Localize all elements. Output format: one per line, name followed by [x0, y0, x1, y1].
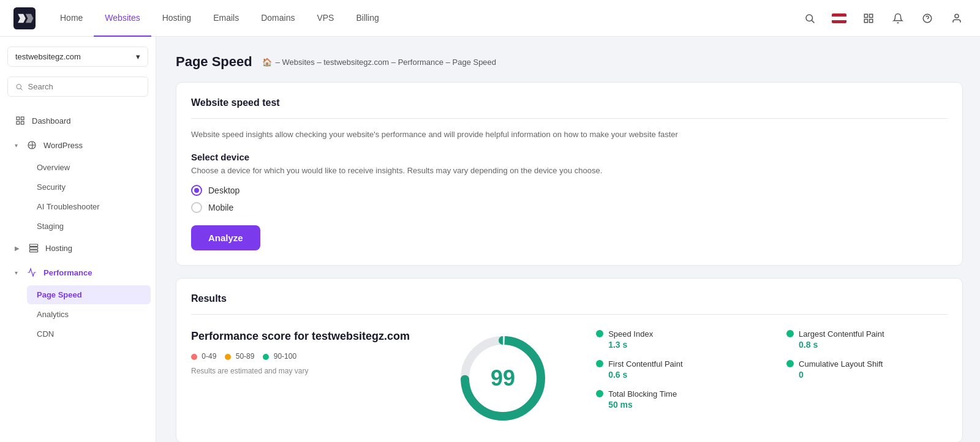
score-legend: 0-49 50-89 90-100: [191, 352, 410, 361]
metric-value-lcp: 0.8 s: [786, 340, 948, 350]
sidebar-item-label-page-speed: Page Speed: [37, 290, 82, 299]
metric-cls: Cumulative Layout Shift 0: [786, 359, 948, 380]
wordpress-sub-items: Overview Security AI Troubleshooter Stag…: [0, 158, 156, 236]
select-device-desc: Choose a device for which you would like…: [191, 166, 948, 175]
sidebar-item-label-hosting: Hosting: [45, 244, 72, 253]
dashboard-icon: [15, 115, 26, 126]
analyze-button[interactable]: Analyze: [191, 225, 260, 250]
sidebar-item-staging[interactable]: Staging: [27, 217, 151, 236]
user-icon[interactable]: [946, 7, 968, 29]
metric-lcp: Largest Contentful Paint 0.8 s: [786, 329, 948, 350]
sidebar-item-overview[interactable]: Overview: [27, 158, 151, 177]
sidebar-item-label-wordpress: WordPress: [43, 141, 83, 150]
sidebar-item-label-staging: Staging: [37, 222, 64, 231]
nav-hosting[interactable]: Hosting: [151, 0, 202, 37]
speed-test-desc: Website speed insights allow checking yo…: [191, 129, 948, 141]
speed-test-card: Website speed test Website speed insight…: [176, 82, 963, 266]
performance-icon: [26, 267, 37, 278]
metric-header-tbt: Total Blocking Time: [596, 389, 757, 399]
legend-ok: 50-89: [225, 352, 254, 361]
metric-header-lcp: Largest Contentful Paint: [786, 329, 948, 339]
legend-good: 90-100: [263, 352, 296, 361]
sidebar-item-cdn[interactable]: CDN: [27, 324, 151, 343]
sidebar-item-label-dashboard: Dashboard: [32, 116, 71, 125]
nav-home[interactable]: Home: [49, 0, 94, 37]
select-device-label: Select device: [191, 152, 948, 162]
search-icon: [15, 83, 23, 91]
layout: testwebsitegz.com ▾ Dashboard ▾ WordPres…: [0, 37, 980, 442]
radio-mobile[interactable]: [191, 202, 202, 213]
svg-line-11: [21, 88, 23, 90]
donut-container: 99: [454, 329, 552, 427]
breadcrumb-path: – Websites – testwebsitegz.com – Perform…: [276, 58, 496, 67]
search-box[interactable]: [7, 77, 148, 97]
flag-icon[interactable]: [828, 7, 850, 29]
donut-score: 99: [491, 365, 515, 391]
svg-point-1: [806, 15, 813, 21]
device-desktop[interactable]: Desktop: [191, 185, 948, 196]
nav-domains[interactable]: Domains: [250, 0, 306, 37]
home-icon: 🏠: [262, 58, 272, 67]
sidebar-item-label-security: Security: [37, 182, 66, 192]
logo[interactable]: [12, 6, 37, 31]
sidebar-item-wordpress[interactable]: ▾ WordPress: [5, 133, 151, 157]
device-desktop-label: Desktop: [208, 185, 239, 195]
results-inner: Performance score for testwebsitegz.com …: [191, 324, 948, 427]
metric-fcp: First Contentful Paint 0.6 s: [596, 359, 757, 380]
svg-rect-5: [864, 19, 867, 22]
metric-tbt: Total Blocking Time 50 ms: [596, 389, 757, 410]
svg-rect-15: [21, 121, 24, 124]
site-selector[interactable]: testwebsitegz.com ▾: [7, 47, 148, 67]
svg-rect-14: [17, 121, 20, 124]
svg-rect-17: [29, 244, 37, 246]
sidebar-item-ai-troubleshooter[interactable]: AI Troubleshooter: [27, 197, 151, 216]
notification-icon[interactable]: [887, 7, 909, 29]
svg-rect-13: [21, 117, 24, 120]
donut-chart: 99: [454, 329, 552, 427]
search-button[interactable]: [799, 7, 821, 29]
metric-label-fcp: First Contentful Paint: [608, 359, 682, 369]
search-input[interactable]: [28, 82, 140, 91]
nav-emails[interactable]: Emails: [202, 0, 250, 37]
metric-value-fcp: 0.6 s: [596, 370, 757, 380]
svg-rect-3: [864, 14, 867, 17]
expand-arrow-wordpress: ▾: [15, 142, 18, 149]
metric-label-cls: Cumulative Layout Shift: [799, 359, 883, 369]
help-icon[interactable]: [916, 7, 938, 29]
sidebar-item-hosting[interactable]: ▶ Hosting: [5, 236, 151, 260]
sidebar-item-analytics[interactable]: Analytics: [27, 305, 151, 324]
metric-dot-lcp: [786, 330, 794, 337]
chevron-down-icon: ▾: [136, 52, 140, 61]
sidebar-item-security[interactable]: Security: [27, 178, 151, 197]
speed-test-title: Website speed test: [191, 97, 948, 108]
performance-sub-items: Page Speed Analytics CDN: [0, 285, 156, 343]
metric-value-cls: 0: [786, 370, 948, 380]
metric-label-lcp: Largest Contentful Paint: [799, 329, 884, 339]
sidebar-item-label-overview: Overview: [37, 163, 70, 172]
sidebar-item-dashboard[interactable]: Dashboard: [5, 109, 151, 132]
svg-point-9: [955, 14, 959, 18]
sidebar-item-page-speed[interactable]: Page Speed: [27, 285, 151, 304]
wordpress-icon: [26, 140, 37, 151]
score-section: Performance score for testwebsitegz.com …: [191, 329, 410, 375]
sidebar-item-performance[interactable]: ▾ Performance: [5, 261, 151, 284]
sidebar: testwebsitegz.com ▾ Dashboard ▾ WordPres…: [0, 37, 156, 442]
nav-vps[interactable]: VPS: [306, 0, 345, 37]
grid-icon[interactable]: [858, 7, 880, 29]
score-title: Performance score for testwebsitegz.com: [191, 329, 410, 343]
legend-bad: 0-49: [191, 352, 216, 361]
score-note: Results are estimated and may vary: [191, 367, 410, 375]
expand-arrow-performance: ▾: [15, 269, 18, 276]
nav-items: Home Websites Hosting Emails Domains VPS…: [49, 0, 799, 37]
nav-billing[interactable]: Billing: [345, 0, 390, 37]
sidebar-item-label-performance: Performance: [43, 268, 92, 277]
sidebar-item-label-analytics: Analytics: [37, 310, 69, 319]
svg-rect-18: [29, 247, 37, 249]
results-title: Results: [191, 293, 948, 304]
nav-websites[interactable]: Websites: [94, 0, 151, 37]
svg-line-2: [812, 20, 814, 23]
metric-header-cls: Cumulative Layout Shift: [786, 359, 948, 369]
device-mobile[interactable]: Mobile: [191, 202, 948, 213]
metric-value-tbt: 50 ms: [596, 400, 757, 410]
radio-desktop[interactable]: [191, 185, 202, 196]
